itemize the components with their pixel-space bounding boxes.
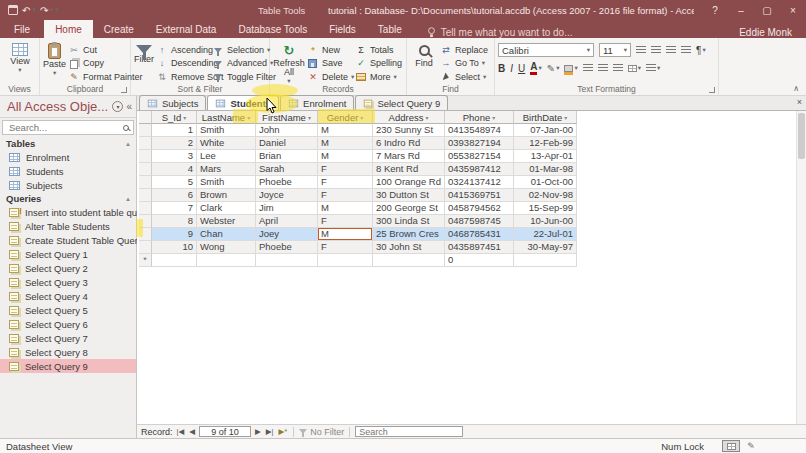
cell-r5-s-id[interactable]: 5	[152, 176, 197, 189]
filter-button[interactable]: Filter	[134, 40, 154, 83]
record-search-input[interactable]	[355, 426, 463, 437]
cell-r8-phone[interactable]: 0487598745	[445, 215, 514, 228]
nav-item-select-query-7[interactable]: Select Query 7	[0, 331, 136, 345]
cell-r4-s-id[interactable]: 4	[152, 163, 197, 176]
cell-r10-lastname[interactable]: Wong	[197, 241, 256, 254]
column-header-birthdate[interactable]: BirthDate▾	[514, 111, 577, 124]
file-tab[interactable]: File	[0, 20, 44, 38]
no-filter-button[interactable]: No Filter	[299, 427, 344, 437]
font-select[interactable]: Calibri ▾	[498, 43, 594, 57]
cell-r7-address[interactable]: 200 George St	[373, 202, 445, 215]
increase-indent-button[interactable]	[681, 46, 691, 54]
row-selector-10[interactable]	[139, 241, 152, 254]
nav-item-students[interactable]: Students	[0, 164, 136, 178]
select-button[interactable]: Select ▾	[438, 71, 490, 83]
cell-r10-birthdate[interactable]: 30-May-97	[514, 241, 577, 254]
nav-item-select-query-6[interactable]: Select Query 6	[0, 317, 136, 331]
nav-item-select-query-8[interactable]: Select Query 8	[0, 345, 136, 359]
cell-r6-lastname[interactable]: Brown	[197, 189, 256, 202]
nav-item-insert-into-student-table-query[interactable]: Insert into student table query	[0, 205, 136, 219]
descending-button[interactable]: ↓ Descending	[154, 57, 210, 69]
cell-r7-lastname[interactable]: Clark	[197, 202, 256, 215]
cell-r4-lastname[interactable]: Mars	[197, 163, 256, 176]
cell-r10-address[interactable]: 30 John St	[373, 241, 445, 254]
cell-r1-address[interactable]: 230 Sunny St	[373, 124, 445, 137]
cell-r2-lastname[interactable]: White	[197, 137, 256, 150]
vertical-scrollbar[interactable]	[796, 111, 806, 424]
redo-dropdown-icon[interactable]: ▾	[50, 7, 54, 13]
shutter-bar-close-icon[interactable]: «	[126, 101, 132, 112]
decrease-indent-button[interactable]	[666, 46, 676, 54]
cell-r3-phone[interactable]: 0553827154	[445, 150, 514, 163]
row-selector-4[interactable]	[139, 163, 152, 176]
cell-r7-gender[interactable]: M	[318, 202, 373, 215]
replace-button[interactable]: ⇄ Replace	[438, 44, 490, 56]
cell-r9-birthdate[interactable]: 22-Jul-01	[514, 228, 577, 241]
cell-r9-gender[interactable]: M	[318, 228, 373, 241]
numbering-button[interactable]	[651, 46, 661, 54]
toggle-filter-button[interactable]: Toggle Filter	[210, 71, 278, 83]
cell-r9-firstname[interactable]: Joey	[256, 228, 318, 241]
navigation-pane-menu-icon[interactable]: ▾	[112, 101, 123, 112]
cell-r5-birthdate[interactable]: 01-Oct-00	[514, 176, 577, 189]
new-blank-record-button[interactable]: ▶*	[278, 426, 289, 438]
cell-r7-firstname[interactable]: Jim	[256, 202, 318, 215]
document-tab-subjects[interactable]: Subjects	[139, 95, 206, 110]
cell-r1-gender[interactable]: M	[318, 124, 373, 137]
nav-item-select-query-5[interactable]: Select Query 5	[0, 303, 136, 317]
save-record-button[interactable]: Save	[305, 57, 353, 69]
cell-r6-firstname[interactable]: Joyce	[256, 189, 318, 202]
ribbon-tab-home[interactable]: Home	[44, 20, 93, 38]
view-button[interactable]: View ▾	[3, 40, 37, 83]
cell-r7-phone[interactable]: 0458794562	[445, 202, 514, 215]
redo-button[interactable]: ↷	[40, 5, 48, 16]
cell-r6-s-id[interactable]: 6	[152, 189, 197, 202]
ribbon-tab-table[interactable]: Table	[367, 20, 413, 38]
advanced-button[interactable]: Advanced ▾	[210, 57, 278, 69]
cell-r9-s-id[interactable]: 9	[152, 228, 197, 241]
column-filter-icon[interactable]: ▾	[360, 114, 363, 121]
column-header-address[interactable]: Address▾	[373, 111, 445, 124]
cell-r1-firstname[interactable]: John	[256, 124, 318, 137]
alternate-row-color-button[interactable]: ▾	[646, 64, 660, 72]
new-record-button[interactable]: * New	[305, 44, 353, 56]
cell-r8-gender[interactable]: F	[318, 215, 373, 228]
scrollbar-thumb[interactable]	[798, 113, 805, 159]
design-view-button[interactable]: ✎	[742, 440, 760, 452]
cell-r4-phone[interactable]: 0435987412	[445, 163, 514, 176]
cell-r4-firstname[interactable]: Sarah	[256, 163, 318, 176]
cell-r10-phone[interactable]: 0435897451	[445, 241, 514, 254]
column-filter-icon[interactable]: ▾	[564, 114, 567, 121]
cell-r2-address[interactable]: 6 Indro Rd	[373, 137, 445, 150]
cell-r6-birthdate[interactable]: 02-Nov-98	[514, 189, 577, 202]
nav-item-select-query-1[interactable]: Select Query 1	[0, 247, 136, 261]
datasheet-view-button[interactable]	[722, 440, 740, 452]
cell-r3-s-id[interactable]: 3	[152, 150, 197, 163]
column-header-firstname[interactable]: FirstName▾	[256, 111, 318, 124]
highlight-color-button[interactable]: ✎ ▾	[547, 63, 560, 74]
cell-r8-address[interactable]: 300 Linda St	[373, 215, 445, 228]
column-filter-icon[interactable]: ▾	[308, 114, 311, 121]
cell-r2-s-id[interactable]: 2	[152, 137, 197, 150]
row-selector-7[interactable]	[139, 202, 152, 215]
cell-r2-phone[interactable]: 0393827194	[445, 137, 514, 150]
cell-r1-s-id[interactable]: 1	[152, 124, 197, 137]
nav-item-create-student-table-query[interactable]: Create Student Table Query	[0, 233, 136, 247]
totals-button[interactable]: Σ Totals	[353, 44, 404, 56]
paste-button[interactable]: Paste ▾	[43, 40, 66, 83]
undo-button[interactable]: ↶	[22, 5, 30, 16]
cell-r3-lastname[interactable]: Lee	[197, 150, 256, 163]
nav-item-alter-table-students[interactable]: Alter Table Students	[0, 219, 136, 233]
cell-r10-firstname[interactable]: Phoebe	[256, 241, 318, 254]
navigation-search-box[interactable]	[2, 120, 134, 135]
column-filter-icon[interactable]: ▾	[247, 114, 250, 121]
cell-r5-firstname[interactable]: Phoebe	[256, 176, 318, 189]
clipboard-dialog-launcher[interactable]	[121, 87, 127, 93]
cell-r6-gender[interactable]: F	[318, 189, 373, 202]
ascending-button[interactable]: ↑ Ascending	[154, 44, 210, 56]
row-selector-6[interactable]	[139, 189, 152, 202]
document-tab-students[interactable]: Students	[207, 95, 279, 110]
nav-item-select-query-3[interactable]: Select Query 3	[0, 275, 136, 289]
row-selector-9[interactable]	[139, 228, 152, 241]
new-row-birthdate[interactable]	[514, 254, 577, 267]
